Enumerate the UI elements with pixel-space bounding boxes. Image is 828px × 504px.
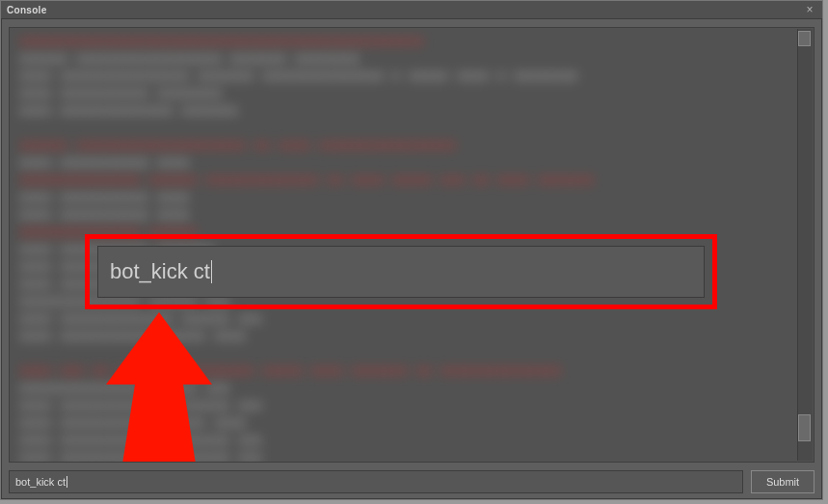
window-title: Console	[7, 5, 47, 15]
caret-icon	[211, 260, 212, 283]
submit-button[interactable]: Submit	[751, 470, 815, 493]
command-input-text: bot_kick ct	[15, 476, 66, 488]
footer: bot_kick ct Submit	[9, 470, 815, 493]
console-window: Console × XXXXXXXXXXXXXXXXXXXXXXXXXXXXXX…	[0, 0, 823, 500]
scrollbar-thumb-top[interactable]	[798, 31, 811, 46]
submit-button-label: Submit	[766, 476, 799, 488]
titlebar: Console ×	[1, 1, 822, 19]
highlighted-command-input[interactable]: bot_kick ct	[97, 246, 705, 298]
close-icon[interactable]: ×	[803, 3, 816, 16]
console-output-panel: XXXXXXXXXXXXXXXXXXXXXXXXXXXXXXXXXXXXXXXX…	[9, 27, 815, 463]
scrollbar[interactable]	[797, 29, 813, 461]
command-input[interactable]: bot_kick ct	[9, 470, 743, 493]
highlighted-command-box: bot_kick ct	[85, 234, 717, 309]
scrollbar-thumb-bottom[interactable]	[798, 414, 811, 441]
caret-icon	[67, 476, 67, 488]
highlighted-command-text: bot_kick ct	[110, 259, 210, 284]
